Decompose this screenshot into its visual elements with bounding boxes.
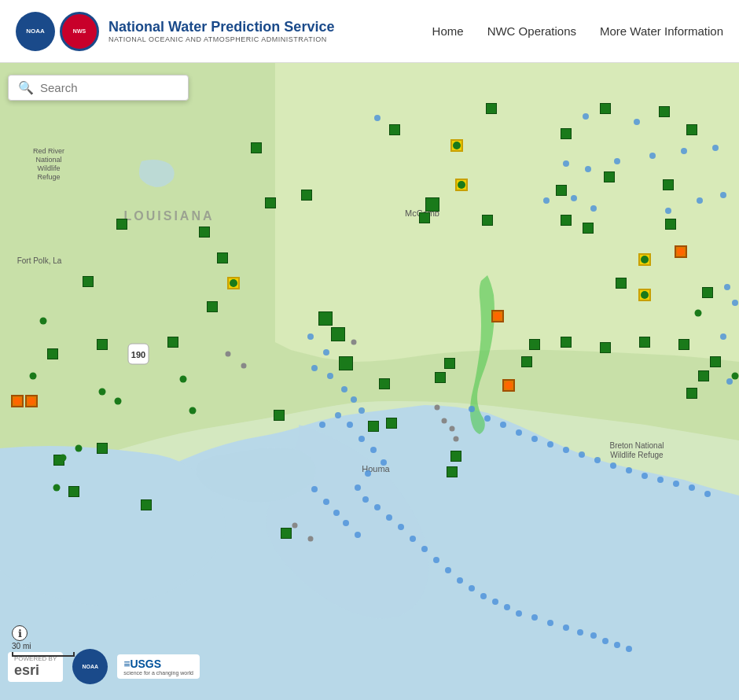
marker-blue-dot[interactable] <box>311 365 318 371</box>
marker-green-sq[interactable] <box>68 486 79 497</box>
marker-green-sq[interactable] <box>686 388 697 399</box>
marker-blue-dot[interactable] <box>720 192 726 198</box>
marker-green-sq[interactable] <box>141 499 152 510</box>
marker-green-sq[interactable] <box>97 443 108 454</box>
marker-green-sq[interactable] <box>97 339 108 350</box>
marker-yellow-sq[interactable] <box>455 179 468 191</box>
marker-green-sq[interactable] <box>274 410 285 421</box>
marker-green-sq[interactable] <box>368 421 379 432</box>
marker-green-sq[interactable] <box>116 219 127 230</box>
marker-green-dot[interactable] <box>30 373 37 380</box>
marker-blue-dot[interactable] <box>335 412 341 418</box>
marker-blue-dot[interactable] <box>323 349 329 356</box>
marker-blue-dot[interactable] <box>602 638 608 644</box>
marker-green-sq-lg[interactable] <box>425 197 439 212</box>
marker-blue-dot[interactable] <box>547 441 553 448</box>
marker-blue-dot[interactable] <box>724 284 730 290</box>
marker-blue-dot[interactable] <box>642 473 648 479</box>
marker-green-sq[interactable] <box>482 215 493 226</box>
marker-blue-dot[interactable] <box>726 378 733 385</box>
nav-more-water-info[interactable]: More Water Information <box>600 24 723 38</box>
nav-nwc-operations[interactable]: NWC Operations <box>487 24 576 38</box>
marker-blue-dot[interactable] <box>319 422 325 428</box>
marker-blue-dot[interactable] <box>563 447 569 453</box>
marker-blue-dot[interactable] <box>590 205 597 212</box>
marker-blue-dot[interactable] <box>343 520 349 526</box>
marker-blue-dot[interactable] <box>634 119 640 125</box>
marker-orange-sq[interactable] <box>675 245 687 258</box>
marker-blue-dot[interactable] <box>531 436 538 442</box>
marker-green-dot[interactable] <box>695 310 702 317</box>
marker-blue-dot[interactable] <box>697 197 703 204</box>
marker-green-sq[interactable] <box>659 106 670 117</box>
marker-blue-dot[interactable] <box>516 429 522 436</box>
marker-green-dot[interactable] <box>115 398 122 405</box>
marker-blue-dot[interactable] <box>626 467 632 473</box>
marker-green-sq-lg[interactable] <box>318 311 333 326</box>
marker-green-sq[interactable] <box>663 179 674 190</box>
marker-blue-dot[interactable] <box>531 614 538 621</box>
marker-green-sq[interactable] <box>702 287 713 298</box>
marker-green-sq[interactable] <box>199 227 210 238</box>
marker-orange-sq[interactable] <box>502 379 515 392</box>
marker-green-sq[interactable] <box>678 339 689 350</box>
marker-green-sq[interactable] <box>435 372 446 383</box>
marker-green-sq-lg[interactable] <box>339 356 353 370</box>
marker-green-sq[interactable] <box>389 124 400 135</box>
marker-blue-dot[interactable] <box>311 486 318 492</box>
marker-green-sq[interactable] <box>561 128 572 139</box>
marker-blue-dot[interactable] <box>469 406 475 412</box>
marker-green-sq[interactable] <box>265 197 276 208</box>
marker-orange-sq[interactable] <box>25 395 38 407</box>
marker-gray-dot[interactable] <box>435 405 440 411</box>
marker-blue-dot[interactable] <box>307 333 314 340</box>
marker-green-sq[interactable] <box>167 337 178 348</box>
marker-blue-dot[interactable] <box>433 557 439 563</box>
marker-green-sq[interactable] <box>217 252 228 263</box>
marker-green-dot[interactable] <box>40 318 47 325</box>
marker-blue-dot[interactable] <box>563 160 569 167</box>
marker-yellow-sq[interactable] <box>638 289 651 301</box>
marker-blue-dot[interactable] <box>732 300 738 306</box>
marker-blue-dot[interactable] <box>347 422 353 428</box>
marker-green-sq[interactable] <box>698 370 709 381</box>
marker-green-dot[interactable] <box>180 376 187 383</box>
marker-blue-dot[interactable] <box>469 585 475 591</box>
marker-blue-dot[interactable] <box>681 148 687 154</box>
marker-yellow-sq[interactable] <box>227 277 240 289</box>
marker-blue-dot[interactable] <box>543 197 550 204</box>
marker-yellow-sq[interactable] <box>450 139 463 152</box>
marker-blue-dot[interactable] <box>398 524 404 530</box>
marker-gray-dot[interactable] <box>442 418 447 424</box>
marker-blue-dot[interactable] <box>610 462 616 469</box>
marker-blue-dot[interactable] <box>594 457 601 463</box>
marker-blue-dot[interactable] <box>351 396 357 403</box>
marker-blue-dot[interactable] <box>410 536 416 542</box>
marker-blue-dot[interactable] <box>365 470 371 477</box>
marker-green-sq[interactable] <box>419 212 430 223</box>
marker-gray-dot[interactable] <box>241 363 247 369</box>
marker-blue-dot[interactable] <box>577 629 583 636</box>
marker-green-sq[interactable] <box>710 356 721 367</box>
marker-green-sq[interactable] <box>639 337 650 348</box>
marker-green-sq-lg[interactable] <box>331 327 345 341</box>
marker-blue-dot[interactable] <box>445 567 451 573</box>
marker-blue-dot[interactable] <box>665 208 671 214</box>
marker-green-sq[interactable] <box>83 276 94 287</box>
marker-green-sq[interactable] <box>561 215 572 226</box>
marker-green-sq[interactable] <box>529 339 540 350</box>
marker-green-dot[interactable] <box>75 445 83 452</box>
marker-green-sq[interactable] <box>600 103 611 114</box>
marker-blue-dot[interactable] <box>720 333 726 340</box>
nav-home[interactable]: Home <box>432 24 464 38</box>
marker-yellow-sq[interactable] <box>638 253 651 266</box>
marker-orange-sq[interactable] <box>491 310 504 322</box>
marker-green-sq[interactable] <box>600 342 611 353</box>
marker-blue-dot[interactable] <box>516 610 522 617</box>
marker-blue-dot[interactable] <box>689 484 695 491</box>
marker-gray-dot[interactable] <box>450 426 455 432</box>
marker-blue-dot[interactable] <box>547 620 553 626</box>
marker-gray-dot[interactable] <box>226 352 231 357</box>
marker-blue-dot[interactable] <box>484 415 491 422</box>
marker-green-sq[interactable] <box>665 219 676 230</box>
